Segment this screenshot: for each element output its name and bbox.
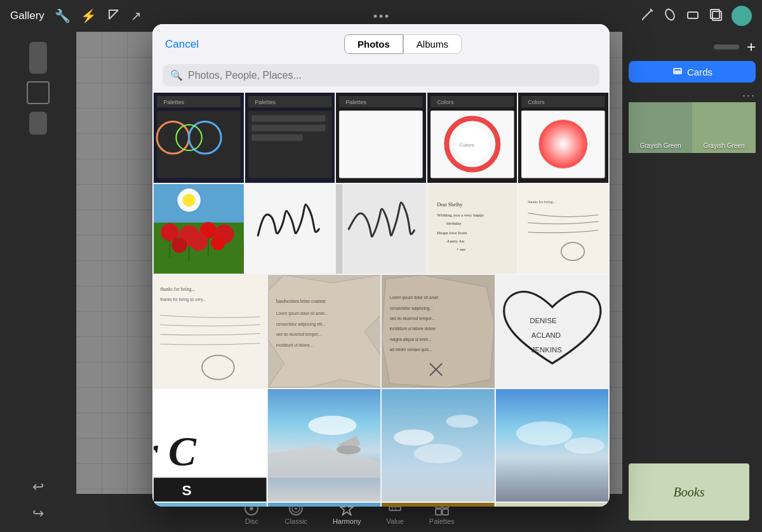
photo-5[interactable]: Colors — [518, 93, 608, 183]
svg-text:Palettes: Palettes — [163, 99, 184, 105]
cancel-button[interactable]: Cancel — [165, 38, 199, 51]
albums-tab[interactable]: Albums — [403, 34, 462, 54]
svg-text:r C: r C — [154, 428, 197, 474]
photo-thankyou[interactable]: thanks for being... thanks for being so … — [154, 275, 267, 388]
avatar[interactable] — [732, 6, 752, 26]
svg-point-115 — [516, 421, 572, 445]
photo-aerial1[interactable] — [268, 389, 381, 502]
svg-text:magna aliqua ut enim...: magna aliqua ut enim... — [390, 337, 432, 342]
cards-button[interactable]: Cards — [629, 61, 756, 83]
photo-letter1[interactable]: Dear Shelby Wishing you a very happy bir… — [427, 184, 518, 274]
swatch-grayish-green-1[interactable]: Grayish Green — [629, 102, 692, 153]
svg-rect-22 — [443, 509, 448, 515]
redo-button[interactable]: ↪ — [32, 505, 44, 522]
disc-label: Disc — [245, 517, 258, 525]
svg-text:DENISE: DENISE — [530, 317, 557, 324]
layers-icon[interactable] — [709, 8, 723, 25]
undo-button[interactable]: ↩ — [32, 479, 44, 495]
books-label: Books — [629, 463, 749, 521]
photo-aerial3[interactable] — [496, 389, 609, 502]
transform-icon[interactable]: ↗ — [131, 8, 142, 23]
svg-text:handwritten letter content: handwritten letter content — [276, 299, 326, 305]
value-label: Value — [387, 517, 404, 525]
photos-tab[interactable]: Photos — [344, 34, 403, 54]
add-button[interactable]: + — [747, 38, 756, 56]
dot1 — [374, 15, 377, 18]
photo-aerial2[interactable] — [382, 389, 495, 502]
photo-text-sign[interactable]: r C S — [154, 389, 267, 502]
wrench-icon[interactable]: 🔧 — [55, 8, 70, 23]
books-card: Books — [629, 463, 749, 521]
svg-rect-69 — [336, 184, 342, 274]
svg-rect-35 — [251, 125, 325, 131]
search-input[interactable] — [188, 70, 592, 81]
svg-text:Heaps love from: Heaps love from — [437, 230, 467, 235]
photo-heart-card[interactable]: DENISE ACLAND JENKINS — [496, 275, 609, 388]
swatch-label-1: Grayish Green — [639, 142, 681, 149]
dot3 — [385, 15, 389, 18]
svg-rect-5 — [688, 12, 698, 18]
svg-text:ACLAND: ACLAND — [531, 331, 560, 339]
color-swatches: Grayish Green Grayish Green — [629, 102, 756, 153]
eraser-icon[interactable] — [686, 8, 700, 25]
svg-point-111 — [394, 429, 434, 445]
magic-icon[interactable]: ⚡ — [81, 8, 97, 23]
cards-label: Cards — [687, 67, 712, 77]
svg-rect-70 — [427, 184, 518, 274]
more-options[interactable]: ··· — [629, 89, 756, 102]
svg-rect-107 — [268, 389, 381, 502]
svg-text:Wishing you a very happy: Wishing you a very happy — [437, 212, 485, 217]
photo-books-card[interactable]: Books — [496, 503, 609, 507]
swatch-label-2: Grayish Green — [703, 142, 744, 149]
svg-rect-117 — [154, 503, 267, 507]
grid-row-2: Dear Shelby Wishing you a very happy bir… — [154, 184, 608, 274]
modal-header: Cancel Photos Albums — [152, 24, 610, 59]
toolbar-center — [374, 15, 389, 18]
photo-letter2[interactable]: thanks for being... — [518, 184, 608, 274]
harmony-label: Harmony — [333, 517, 361, 525]
svg-point-108 — [308, 416, 356, 435]
photo-3[interactable]: Palettes — [336, 93, 426, 183]
photo-4[interactable]: Colors Colors — [427, 93, 518, 183]
toolbar-right — [640, 6, 752, 26]
photo-poppies[interactable] — [154, 184, 244, 274]
svg-text:thanks for being so very...: thanks for being so very... — [160, 297, 206, 302]
svg-line-0 — [109, 10, 118, 19]
grid-row-1: Palettes Palettes — [154, 93, 608, 183]
svg-rect-77 — [518, 184, 608, 274]
photo-aerial5[interactable] — [268, 503, 381, 507]
svg-text:incididunt ut labore...: incididunt ut labore... — [276, 343, 313, 347]
photo-selfie[interactable] — [382, 503, 495, 507]
canvas-shape — [27, 81, 50, 104]
photo-2[interactable]: Palettes — [245, 93, 335, 183]
svg-text:incididunt ut labore dolore: incididunt ut labore dolore — [390, 327, 436, 331]
svg-rect-34 — [251, 115, 325, 121]
photo-aerial4[interactable] — [154, 503, 267, 507]
svg-point-113 — [414, 444, 462, 463]
svg-text:Palettes: Palettes — [255, 99, 276, 105]
svg-rect-128 — [496, 503, 609, 507]
selection-icon[interactable] — [107, 8, 121, 25]
photo-handletter1[interactable]: handwritten letter content Lorem ipsum d… — [268, 275, 381, 388]
svg-text:S: S — [182, 482, 191, 498]
dot-menu — [374, 15, 389, 18]
pencil-icon[interactable] — [640, 8, 654, 25]
photo-1[interactable]: Palettes — [154, 93, 244, 183]
search-icon: 🔍 — [170, 69, 183, 81]
opacity-slider[interactable] — [29, 42, 47, 74]
size-slider[interactable] — [29, 112, 47, 135]
photo-handletter2[interactable]: Lorem ipsum dolor sit amet consectetur a… — [382, 275, 495, 388]
swatch-row-1: Grayish Green Grayish Green — [629, 102, 756, 153]
photo-handwriting1[interactable] — [245, 184, 335, 274]
minus-control[interactable] — [714, 44, 739, 50]
svg-text:+ me: + me — [456, 247, 465, 252]
svg-rect-120 — [268, 503, 381, 507]
svg-text:thanks for being...: thanks for being... — [160, 287, 195, 293]
swatch-grayish-green-2[interactable]: Grayish Green — [692, 102, 756, 153]
svg-point-52 — [539, 119, 588, 168]
svg-text:Aunty An: Aunty An — [446, 239, 464, 244]
smudge-icon[interactable] — [663, 8, 677, 25]
svg-text:sed do eiusmod tempor...: sed do eiusmod tempor... — [276, 333, 321, 338]
grid-row-4: r C S — [154, 389, 608, 502]
photo-handwriting2[interactable] — [336, 184, 426, 274]
